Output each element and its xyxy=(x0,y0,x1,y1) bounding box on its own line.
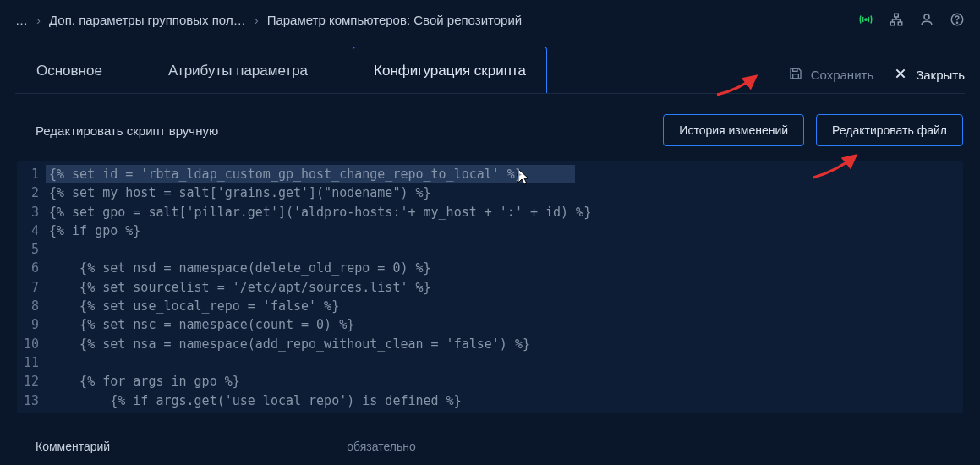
code-editor[interactable]: 12345678910111213 {% set id = 'rbta_ldap… xyxy=(17,161,963,413)
code-line[interactable]: {% set sourcelist = '/etc/apt/sources.li… xyxy=(46,278,963,297)
subheader: Редактировать скрипт вручную История изм… xyxy=(0,94,980,161)
tabs-row: Основное Атрибуты параметра Конфигурация… xyxy=(0,39,980,93)
tab-main[interactable]: Основное xyxy=(15,46,123,93)
sitemap-icon[interactable] xyxy=(889,12,904,27)
save-button[interactable]: Сохранить xyxy=(789,67,874,83)
close-button[interactable]: Закрыть xyxy=(894,67,965,83)
save-icon xyxy=(789,67,802,83)
code-line[interactable]: {% set nsc = namespace(count = 0) %} xyxy=(46,315,963,334)
save-label: Сохранить xyxy=(811,68,874,82)
edit-file-button[interactable]: Редактировать файл xyxy=(816,114,963,146)
history-button[interactable]: История изменений xyxy=(663,114,804,146)
svg-point-0 xyxy=(865,19,867,20)
code-line[interactable]: {% set nsd = namespace(delete_old_repo =… xyxy=(46,259,963,277)
help-icon[interactable] xyxy=(950,12,965,27)
code-line[interactable]: {% set use_local_repo = 'false' %} xyxy=(46,297,963,315)
tab-attributes[interactable]: Атрибуты параметра xyxy=(147,46,329,93)
code-line[interactable] xyxy=(46,353,963,372)
code-line[interactable]: {% set my_host = salt['grains.get']("nod… xyxy=(46,183,963,202)
code-line[interactable]: {% set id = 'rbta_ldap_custom_gp_host_ch… xyxy=(46,165,963,183)
close-label: Закрыть xyxy=(916,68,965,82)
breadcrumb: … › Доп. параметры групповых пол… › Пара… xyxy=(15,13,522,27)
svg-rect-1 xyxy=(895,14,899,17)
top-icons xyxy=(858,12,965,27)
svg-rect-8 xyxy=(792,74,798,79)
footer: Комментарий обязательно xyxy=(0,428,980,465)
code-line[interactable] xyxy=(46,240,963,259)
code-line[interactable]: {% set gpo = salt['pillar.get']('aldpro-… xyxy=(46,203,963,222)
close-icon xyxy=(894,67,907,83)
comment-label: Комментарий xyxy=(36,440,110,453)
code-line[interactable]: {% set nsa = namespace(add_repo_without_… xyxy=(46,335,963,353)
chevron-right-icon: › xyxy=(255,13,259,27)
svg-rect-7 xyxy=(792,68,797,71)
code-line[interactable]: {% for args in gpo %} xyxy=(46,372,963,391)
user-icon[interactable] xyxy=(919,12,934,27)
svg-rect-2 xyxy=(890,22,895,25)
required-label: обязательно xyxy=(347,440,416,453)
svg-rect-3 xyxy=(898,22,902,25)
svg-point-6 xyxy=(956,22,957,23)
line-gutter: 12345678910111213 xyxy=(17,161,46,413)
breadcrumb-ellipsis[interactable]: … xyxy=(15,13,28,27)
code-area[interactable]: {% set id = 'rbta_ldap_custom_gp_host_ch… xyxy=(46,161,963,413)
code-line[interactable]: {% if args.get('use_local_repo') is defi… xyxy=(46,391,963,410)
topbar: … › Доп. параметры групповых пол… › Пара… xyxy=(0,0,980,39)
code-line[interactable]: {% if gpo %} xyxy=(46,222,963,240)
tab-script-config[interactable]: Конфигурация скрипта xyxy=(353,46,547,93)
broadcast-icon[interactable] xyxy=(858,12,873,27)
tab-actions: Сохранить Закрыть xyxy=(789,67,965,93)
breadcrumb-item-2[interactable]: Параметр компьютеров: Свой репозиторий xyxy=(267,13,523,27)
svg-point-4 xyxy=(924,14,929,19)
breadcrumb-item-1[interactable]: Доп. параметры групповых пол… xyxy=(49,13,246,27)
tabs: Основное Атрибуты параметра Конфигурация… xyxy=(15,39,547,93)
edit-script-title: Редактировать скрипт вручную xyxy=(36,123,218,138)
subheader-buttons: История изменений Редактировать файл xyxy=(663,114,963,146)
chevron-right-icon: › xyxy=(36,13,41,27)
